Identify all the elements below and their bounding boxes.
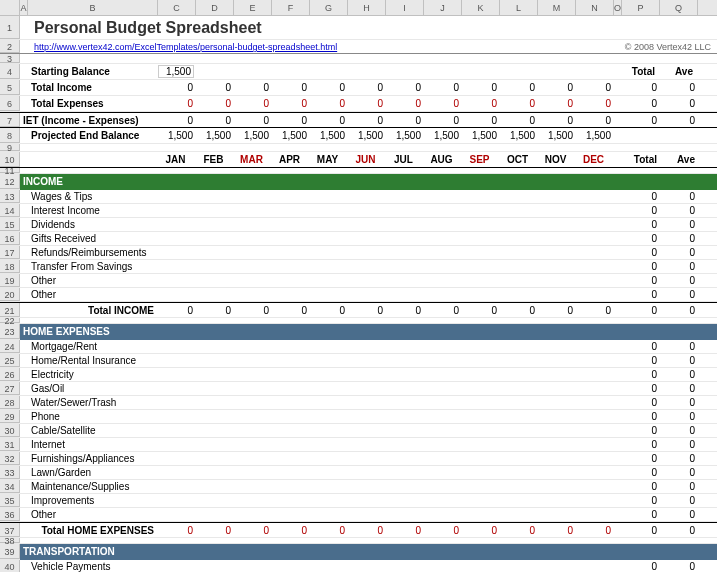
projected-val[interactable]: 1,500	[462, 130, 500, 141]
net-val[interactable]: 0	[234, 115, 272, 126]
section-total[interactable]: 0	[622, 305, 660, 316]
projected-val[interactable]: 1,500	[196, 130, 234, 141]
total-income-val[interactable]: 0	[386, 82, 424, 93]
row-header[interactable]: 22	[0, 318, 20, 323]
template-link[interactable]: http://www.vertex42.com/ExcelTemplates/p…	[31, 42, 337, 52]
row-header[interactable]: 13	[0, 190, 20, 203]
section-total-val[interactable]: 0	[538, 525, 576, 536]
section-total-val[interactable]: 0	[462, 305, 500, 316]
projected-val[interactable]: 1,500	[500, 130, 538, 141]
section-total-val[interactable]: 0	[500, 305, 538, 316]
net-val[interactable]: 0	[158, 115, 196, 126]
total-expenses-val[interactable]: 0	[576, 98, 614, 109]
col-header[interactable]: E	[234, 0, 272, 15]
row-header[interactable]: 6	[0, 96, 20, 111]
total-income-val[interactable]: 0	[348, 82, 386, 93]
cell[interactable]: http://www.vertex42.com/ExcelTemplates/p…	[28, 41, 458, 52]
col-header[interactable]: N	[576, 0, 614, 15]
row-header[interactable]: 32	[0, 452, 20, 465]
item-ave[interactable]: 0	[660, 233, 698, 244]
item-label[interactable]: Water/Sewer/Trash	[28, 397, 158, 408]
item-total[interactable]: 0	[622, 467, 660, 478]
total-income-val[interactable]: 0	[576, 82, 614, 93]
section-total[interactable]: 0	[622, 525, 660, 536]
item-label[interactable]: Vehicle Payments	[28, 561, 158, 572]
item-total[interactable]: 0	[622, 439, 660, 450]
net-val[interactable]: 0	[310, 115, 348, 126]
row-header[interactable]: 1	[0, 16, 20, 39]
row-header[interactable]: 35	[0, 494, 20, 507]
item-ave[interactable]: 0	[660, 495, 698, 506]
row-header[interactable]: 25	[0, 354, 20, 367]
section-total-val[interactable]: 0	[424, 305, 462, 316]
item-total[interactable]: 0	[622, 481, 660, 492]
section-total-val[interactable]: 0	[348, 305, 386, 316]
item-label[interactable]: Transfer From Savings	[28, 261, 158, 272]
item-total[interactable]: 0	[622, 495, 660, 506]
item-label[interactable]: Improvements	[28, 495, 158, 506]
col-header[interactable]: Q	[660, 0, 698, 15]
row-header[interactable]: 23	[0, 324, 20, 339]
section-total-val[interactable]: 0	[310, 525, 348, 536]
total-income-val[interactable]: 0	[158, 82, 196, 93]
projected-val[interactable]: 1,500	[386, 130, 424, 141]
total-income-val[interactable]: 0	[538, 82, 576, 93]
row-header[interactable]: 17	[0, 246, 20, 259]
total-expenses-ave[interactable]: 0	[660, 98, 698, 109]
total-expenses-val[interactable]: 0	[348, 98, 386, 109]
col-header[interactable]: J	[424, 0, 462, 15]
section-total-val[interactable]: 0	[196, 305, 234, 316]
projected-val[interactable]: 1,500	[158, 130, 196, 141]
row-header[interactable]: 19	[0, 274, 20, 287]
row-header[interactable]: 33	[0, 466, 20, 479]
item-ave[interactable]: 0	[660, 397, 698, 408]
item-label[interactable]: Phone	[28, 411, 158, 422]
net-ave[interactable]: 0	[660, 115, 698, 126]
row-header[interactable]: 18	[0, 260, 20, 273]
item-label[interactable]: Mortgage/Rent	[28, 341, 158, 352]
row-header[interactable]: 39	[0, 544, 20, 559]
row-header[interactable]: 26	[0, 368, 20, 381]
total-income-val[interactable]: 0	[234, 82, 272, 93]
item-label[interactable]: Lawn/Garden	[28, 467, 158, 478]
row-header[interactable]: 11	[0, 168, 20, 173]
total-income-val[interactable]: 0	[310, 82, 348, 93]
total-income-val[interactable]: 0	[272, 82, 310, 93]
item-label[interactable]: Gifts Received	[28, 233, 158, 244]
total-expenses-val[interactable]: 0	[234, 98, 272, 109]
section-total-val[interactable]: 0	[462, 525, 500, 536]
projected-val[interactable]: 1,500	[234, 130, 272, 141]
total-income-ave[interactable]: 0	[660, 82, 698, 93]
row-header[interactable]: 21	[0, 303, 20, 317]
net-val[interactable]: 0	[272, 115, 310, 126]
item-ave[interactable]: 0	[660, 205, 698, 216]
total-expenses-val[interactable]: 0	[500, 98, 538, 109]
item-total[interactable]: 0	[622, 275, 660, 286]
item-total[interactable]: 0	[622, 453, 660, 464]
net-val[interactable]: 0	[576, 115, 614, 126]
item-total[interactable]: 0	[622, 509, 660, 520]
section-total-val[interactable]: 0	[158, 305, 196, 316]
projected-val[interactable]: 1,500	[538, 130, 576, 141]
item-total[interactable]: 0	[622, 247, 660, 258]
item-ave[interactable]: 0	[660, 289, 698, 300]
row-header[interactable]: 28	[0, 396, 20, 409]
row-header[interactable]: 24	[0, 340, 20, 353]
row-header[interactable]: 16	[0, 232, 20, 245]
total-expenses-val[interactable]: 0	[196, 98, 234, 109]
item-total[interactable]: 0	[622, 261, 660, 272]
section-total-val[interactable]: 0	[234, 525, 272, 536]
section-ave[interactable]: 0	[660, 525, 698, 536]
section-total-val[interactable]: 0	[196, 525, 234, 536]
col-header[interactable]: M	[538, 0, 576, 15]
total-income-val[interactable]: 0	[462, 82, 500, 93]
row-header[interactable]: 5	[0, 80, 20, 95]
item-label[interactable]: Other	[28, 275, 158, 286]
item-label[interactable]: Maintenance/Supplies	[28, 481, 158, 492]
section-total-val[interactable]: 0	[386, 305, 424, 316]
item-total[interactable]: 0	[622, 191, 660, 202]
item-total[interactable]: 0	[622, 289, 660, 300]
col-header[interactable]: C	[158, 0, 196, 15]
row-header[interactable]: 37	[0, 523, 20, 537]
cell[interactable]: Personal Budget Spreadsheet	[28, 19, 628, 37]
